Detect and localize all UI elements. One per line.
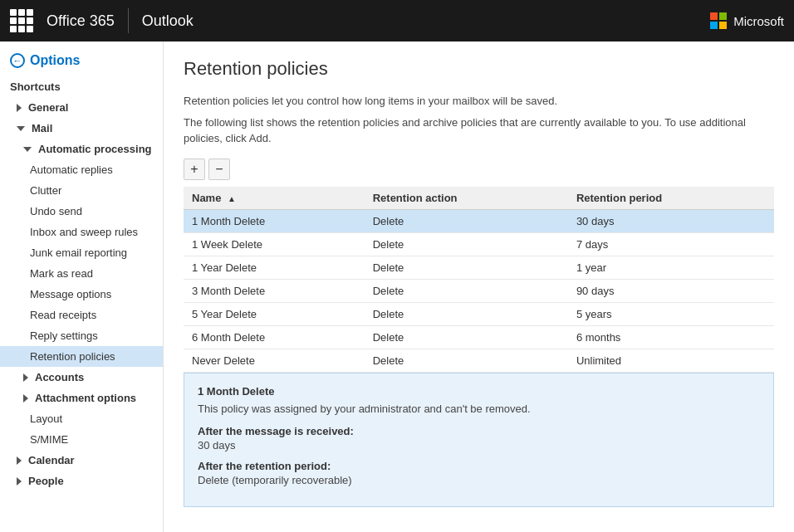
accounts-label: Accounts (35, 371, 84, 383)
cell-retention_action: Delete (365, 256, 568, 279)
sidebar-item-smime[interactable]: S/MIME (0, 429, 163, 450)
chevron-right-icon (17, 104, 22, 112)
column-header-retention-period[interactable]: Retention period (568, 187, 774, 210)
sidebar-item-attachment-options[interactable]: Attachment options (0, 388, 163, 408)
chevron-right-icon (17, 477, 22, 486)
cell-retention_action: Delete (365, 232, 568, 256)
sidebar-item-read-receipts[interactable]: Read receipts (0, 305, 163, 325)
cell-retention_period: 90 days (568, 279, 774, 302)
sidebar-item-auto-replies[interactable]: Automatic replies (0, 159, 163, 180)
back-icon: ← (10, 53, 25, 68)
header: Office 365 Outlook Microsoft (0, 0, 794, 41)
policy-detail-panel: 1 Month Delete This policy was assigned … (184, 373, 774, 507)
page-title: Retention policies (184, 58, 774, 80)
table-row[interactable]: 1 Year DeleteDelete1 year (184, 256, 774, 279)
table-row[interactable]: 1 Week DeleteDelete7 days (184, 232, 774, 256)
table-row[interactable]: Never DeleteDeleteUnlimited (184, 349, 774, 372)
sidebar-item-reply-settings[interactable]: Reply settings (0, 325, 163, 346)
options-label: Options (30, 53, 80, 68)
reply-settings-label: Reply settings (30, 329, 98, 342)
cell-retention_period: 1 year (568, 256, 774, 279)
cell-name: 6 Month Delete (184, 325, 365, 349)
cell-name: 5 Year Delete (184, 302, 365, 325)
shortcuts-label: Shortcuts (10, 81, 61, 93)
sidebar-item-people[interactable]: People (0, 471, 163, 491)
chevron-down-icon (17, 126, 25, 131)
sidebar-item-shortcuts[interactable]: Shortcuts (0, 76, 163, 97)
read-receipts-label: Read receipts (30, 309, 96, 321)
cell-retention_period: 5 years (568, 302, 774, 325)
cell-name: 3 Month Delete (184, 279, 365, 302)
message-options-label: Message options (30, 288, 111, 300)
sidebar-item-auto-processing[interactable]: Automatic processing (0, 139, 163, 159)
content-area: Retention policies Retention policies le… (164, 41, 794, 532)
main-layout: ← Options Shortcuts General Mail Automat… (0, 41, 794, 532)
sidebar-item-calendar[interactable]: Calendar (0, 450, 163, 471)
cell-retention_action: Delete (365, 279, 568, 302)
cell-name: 1 Month Delete (184, 209, 365, 232)
sidebar-item-inbox-sweep[interactable]: Inbox and sweep rules (0, 222, 163, 242)
smime-label: S/MIME (30, 433, 68, 446)
table-row[interactable]: 6 Month DeleteDelete6 months (184, 325, 774, 349)
after-received-label: After the message is received: (198, 425, 760, 437)
policy-table: Name ▲ Retention action Retention period… (184, 187, 774, 373)
people-label: People (28, 475, 64, 487)
general-label: General (28, 101, 68, 114)
table-header-row: Name ▲ Retention action Retention period (184, 187, 774, 210)
cell-retention_action: Delete (365, 302, 568, 325)
chevron-right-icon (17, 456, 22, 465)
cell-name: 1 Week Delete (184, 232, 365, 256)
auto-replies-label: Automatic replies (30, 164, 113, 176)
mark-as-read-label: Mark as read (30, 267, 93, 280)
cell-name: Never Delete (184, 349, 365, 372)
sidebar-item-mail[interactable]: Mail (0, 118, 163, 139)
sidebar-item-mark-as-read[interactable]: Mark as read (0, 263, 163, 284)
sidebar-item-accounts[interactable]: Accounts (0, 367, 163, 388)
detail-description: This policy was assigned by your adminis… (198, 403, 760, 415)
description-2: The following list shows the retention p… (184, 115, 774, 147)
after-retention-label: After the retention period: (198, 460, 760, 472)
sort-icon: ▲ (228, 194, 236, 203)
sidebar-item-retention-policies[interactable]: Retention policies (0, 346, 163, 367)
table-row[interactable]: 5 Year DeleteDelete5 years (184, 302, 774, 325)
chevron-right-icon (23, 373, 28, 382)
calendar-label: Calendar (28, 454, 75, 466)
sidebar-item-general[interactable]: General (0, 97, 163, 118)
mail-label: Mail (32, 122, 52, 134)
sidebar-item-message-options[interactable]: Message options (0, 284, 163, 305)
sidebar-item-clutter[interactable]: Clutter (0, 180, 163, 201)
table-row[interactable]: 3 Month DeleteDelete90 days (184, 279, 774, 302)
sidebar-item-layout[interactable]: Layout (0, 408, 163, 429)
cell-retention_action: Delete (365, 325, 568, 349)
cell-retention_action: Delete (365, 349, 568, 372)
cell-retention_period: 7 days (568, 232, 774, 256)
chevron-down-icon (23, 147, 32, 152)
after-retention-value: Delete (temporarily recoverable) (198, 474, 760, 486)
chevron-right-icon (23, 394, 28, 403)
sidebar-item-junk-email[interactable]: Junk email reporting (0, 242, 163, 263)
attachment-options-label: Attachment options (35, 392, 136, 404)
policy-toolbar: + − (184, 159, 774, 180)
add-policy-button[interactable]: + (184, 159, 205, 180)
options-back-button[interactable]: ← Options (0, 50, 163, 76)
sidebar: ← Options Shortcuts General Mail Automat… (0, 41, 164, 532)
junk-email-label: Junk email reporting (30, 246, 127, 259)
inbox-sweep-label: Inbox and sweep rules (30, 226, 138, 238)
remove-policy-button[interactable]: − (208, 159, 230, 180)
app-name-label: Outlook (142, 12, 194, 30)
detail-title: 1 Month Delete (198, 385, 760, 398)
column-header-name[interactable]: Name ▲ (184, 187, 365, 210)
cell-retention_period: Unlimited (568, 349, 774, 372)
cell-retention_action: Delete (365, 209, 568, 232)
after-received-value: 30 days (198, 439, 760, 451)
retention-policies-label: Retention policies (30, 350, 115, 363)
microsoft-label: Microsoft (733, 14, 784, 28)
clutter-label: Clutter (30, 184, 61, 197)
column-header-retention-action[interactable]: Retention action (365, 187, 568, 210)
cell-retention_period: 6 months (568, 325, 774, 349)
app-launcher-button[interactable] (10, 9, 33, 32)
table-row[interactable]: 1 Month DeleteDelete30 days (184, 209, 774, 232)
microsoft-logo (710, 12, 727, 29)
sidebar-item-undo-send[interactable]: Undo send (0, 201, 163, 222)
cell-name: 1 Year Delete (184, 256, 365, 279)
